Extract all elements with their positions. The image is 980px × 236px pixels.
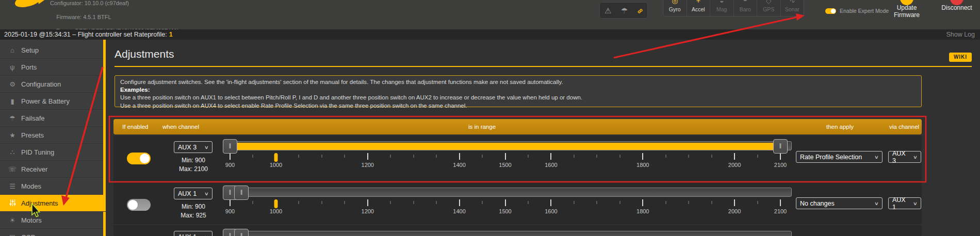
expert-mode-control: Enable Expert Mode bbox=[825, 8, 889, 14]
sensor-mag: ◒ Mag bbox=[710, 0, 733, 16]
sensor-gps: ◇ GPS bbox=[757, 0, 780, 16]
sidebar-item-ports[interactable]: ψ Ports bbox=[0, 59, 103, 76]
sensor-baro: ◓ Baro bbox=[733, 0, 757, 16]
sidebar-item-setup[interactable]: ⌂ Setup bbox=[0, 42, 103, 59]
range-slider: ∥ ∥ 90010001200140015001600180020002100 bbox=[224, 188, 792, 221]
tick-label: 900 bbox=[225, 162, 235, 168]
enable-toggle[interactable] bbox=[127, 199, 151, 211]
motor-icon: ☀ bbox=[7, 217, 18, 224]
failsafe-parachute-icon: ☂ bbox=[621, 7, 628, 14]
tick-label: 900 bbox=[225, 208, 235, 214]
version-info: Configurator: 10.10.0 (c97deaf) Firmware… bbox=[50, 0, 178, 29]
chevron-down-icon: ∨ bbox=[204, 145, 209, 150]
page-title: Adjustments bbox=[115, 48, 174, 60]
tick-label: 1500 bbox=[499, 162, 511, 168]
slider-ruler: 90010001200140015001600180020002100 bbox=[224, 199, 792, 220]
log-message: 2025-01-19 @15:34:31 – Flight controller… bbox=[4, 29, 173, 40]
sidebar-item-modes[interactable]: ☰ Modes bbox=[0, 178, 103, 195]
range-slider: ∥ ∥ 90010001200140015001600180020002100 bbox=[224, 141, 792, 174]
main-content: Adjustments WIKI Configure adjustment sw… bbox=[106, 40, 980, 236]
tick-label: 1400 bbox=[453, 208, 465, 214]
sidebar-item-receiver[interactable]: ☏ Receiver bbox=[0, 161, 103, 178]
channel-select[interactable]: AUX 1∨ bbox=[174, 188, 213, 199]
channel-select[interactable]: AUX 3∨ bbox=[174, 141, 213, 153]
sidebar-item-motors[interactable]: ☀ Motors bbox=[0, 212, 103, 229]
chevron-down-icon: ∨ bbox=[874, 155, 879, 160]
sitemap-icon: ∴ bbox=[7, 149, 18, 156]
gps-icon: ◇ bbox=[766, 0, 772, 6]
gear-icon: ⚙ bbox=[7, 81, 18, 88]
sensor-gyro: ◎ Gyro bbox=[663, 0, 687, 16]
tick-label: 1200 bbox=[362, 162, 374, 168]
slider-track bbox=[224, 188, 792, 197]
magic-wand-icon: ★ bbox=[7, 132, 18, 139]
table-header: If enabled when channel is in range then… bbox=[113, 119, 922, 134]
slider-track bbox=[224, 141, 792, 150]
baro-icon: ◓ bbox=[743, 0, 747, 6]
via-channel-select[interactable]: AUX 3∨ bbox=[888, 151, 921, 163]
slider-track bbox=[224, 231, 792, 236]
range-min-max: Min: 900Max: 2100 bbox=[165, 156, 222, 174]
range-handle-min[interactable]: ∥ bbox=[223, 139, 237, 154]
sliders-icon bbox=[7, 199, 18, 207]
tick-label: 1600 bbox=[545, 208, 557, 214]
update-firmware-button[interactable]: Update Firmware bbox=[885, 4, 928, 19]
chevron-down-icon: ∨ bbox=[204, 191, 209, 196]
tick-label: 1000 bbox=[270, 208, 282, 214]
range-slider: ∥ ∥ 90010001200140015001600180020002100 bbox=[224, 231, 792, 236]
adjustment-row-2: AUX 1∨ Min: 900Max: 925 ∥ ∥ 900100012001… bbox=[113, 182, 922, 224]
range-handle-max[interactable]: ∥ bbox=[773, 139, 788, 154]
status-bar: 2025-01-19 @15:34:31 – Flight controller… bbox=[0, 29, 980, 40]
betaflight-logo-beak bbox=[38, 0, 45, 4]
sidebar-nav: ⌂ Setup ψ Ports ⚙ Configuration ▮ Power … bbox=[0, 40, 106, 236]
channel-select[interactable]: AUX 1∨ bbox=[174, 231, 213, 236]
adjustment-row-3: AUX 1∨ ∥ ∥ 90010001200140015001600180020… bbox=[113, 225, 922, 236]
tick-label: 1800 bbox=[636, 208, 649, 214]
enable-toggle[interactable] bbox=[127, 153, 151, 164]
wiki-button[interactable]: WIKI bbox=[949, 53, 972, 62]
tick-label: 1800 bbox=[636, 162, 649, 168]
parachute-icon: ☂ bbox=[7, 115, 18, 122]
transmitter-icon: ☏ bbox=[7, 166, 18, 173]
rateprofile-value: 1 bbox=[169, 31, 173, 38]
action-select[interactable]: No changes∨ bbox=[796, 197, 883, 209]
app-header: Configurator: 10.10.0 (c97deaf) Firmware… bbox=[0, 0, 980, 29]
disconnect-button[interactable]: Disconnect bbox=[934, 4, 979, 11]
screen-icon: ▤ bbox=[7, 234, 18, 236]
sidebar-item-adjustments[interactable]: Adjustments bbox=[0, 195, 106, 212]
sidebar-item-pid-tuning[interactable]: ∴ PID Tuning bbox=[0, 144, 103, 161]
home-icon: ⌂ bbox=[7, 47, 18, 54]
accel-icon: + bbox=[696, 0, 700, 6]
usb-plug-icon: ψ bbox=[7, 64, 18, 71]
link-icon: ∞ bbox=[635, 6, 645, 15]
chevron-down-icon: ∨ bbox=[913, 155, 918, 160]
tick-label: 1600 bbox=[545, 162, 557, 168]
sonar-icon: ∿ bbox=[789, 0, 795, 6]
expert-mode-toggle[interactable] bbox=[825, 8, 836, 14]
tick-label: 2000 bbox=[728, 208, 741, 214]
tick-label: 1400 bbox=[453, 162, 465, 168]
tick-label: 2100 bbox=[774, 162, 787, 168]
via-channel-select[interactable]: AUX 1∨ bbox=[888, 197, 921, 209]
firmware-version: Firmware: 4.5.1 BTFL bbox=[56, 14, 111, 20]
sidebar-item-failsafe[interactable]: ☂ Failsafe bbox=[0, 110, 103, 127]
sidebar-item-configuration[interactable]: ⚙ Configuration bbox=[0, 76, 103, 93]
range-handle-max[interactable]: ∥ bbox=[234, 186, 249, 200]
range-handle-max[interactable]: ∥ bbox=[234, 229, 249, 236]
show-log-link[interactable]: Show Log bbox=[946, 29, 975, 40]
status-indicator-box: ⚠ ☂ ∞ bbox=[599, 2, 648, 19]
sidebar-item-presets[interactable]: ★ Presets bbox=[0, 127, 103, 144]
adjustment-row-1: AUX 3∨ Min: 900Max: 2100 ∥ ∥ 90010001200… bbox=[113, 136, 922, 181]
sidebar-item-power-battery[interactable]: ▮ Power & Battery bbox=[0, 93, 103, 110]
chevron-down-icon: ∨ bbox=[913, 201, 918, 206]
slider-ruler: 90010001200140015001600180020002100 bbox=[224, 153, 792, 173]
range-min-max: Min: 900Max: 925 bbox=[165, 203, 222, 220]
sidebar-item-osd[interactable]: ▤ OSD bbox=[0, 229, 103, 236]
tick-label: 2100 bbox=[774, 208, 787, 214]
channel-value-marker bbox=[274, 153, 277, 162]
chevron-down-icon: ∨ bbox=[204, 234, 209, 236]
action-select[interactable]: Rate Profile Selection∨ bbox=[796, 151, 883, 163]
gyro-icon: ◎ bbox=[672, 0, 678, 6]
configurator-version: Configurator: 10.10.0 (c97deaf) bbox=[50, 0, 129, 6]
slider-range-fill bbox=[231, 143, 780, 150]
